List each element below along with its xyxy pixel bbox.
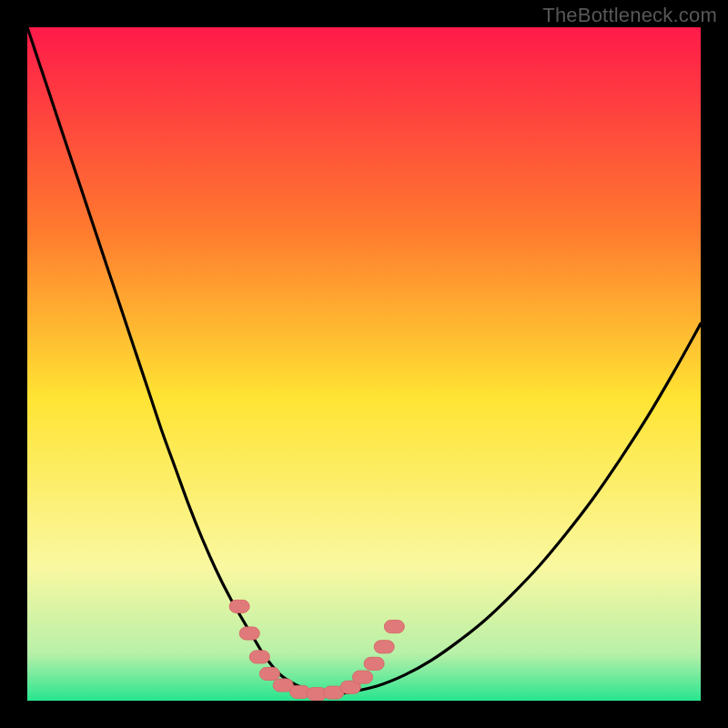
data-marker [259, 667, 279, 680]
data-marker [374, 641, 394, 653]
data-marker [229, 600, 249, 612]
data-marker [384, 621, 404, 633]
data-marker [353, 671, 373, 683]
watermark-text: TheBottleneck.com [542, 4, 717, 27]
data-marker [364, 657, 384, 670]
data-marker [239, 627, 259, 640]
data-marker [249, 651, 269, 663]
gradient-background [27, 27, 701, 701]
chart-frame: TheBottleneck.com [0, 0, 728, 728]
plot-area [27, 27, 701, 701]
bottleneck-chart [27, 27, 701, 701]
